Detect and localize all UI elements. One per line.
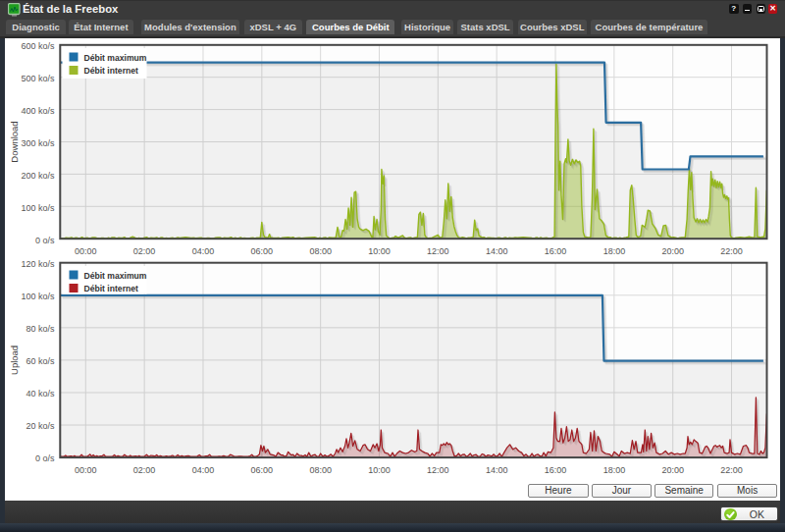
svg-text:14:00: 14:00	[486, 465, 508, 475]
svg-text:120 ko/s: 120 ko/s	[21, 259, 55, 269]
svg-text:02:00: 02:00	[133, 246, 156, 256]
svg-text:400 ko/s: 400 ko/s	[21, 106, 55, 116]
svg-text:10:00: 10:00	[368, 246, 391, 256]
svg-text:Débit internet: Débit internet	[84, 66, 139, 76]
svg-text:Débit internet: Débit internet	[84, 284, 139, 293]
svg-text:60 ko/s: 60 ko/s	[26, 356, 55, 366]
svg-text:08:00: 08:00	[309, 465, 332, 475]
svg-text:22:00: 22:00	[720, 246, 743, 256]
svg-text:00:00: 00:00	[75, 246, 97, 256]
svg-text:200 ko/s: 200 ko/s	[21, 171, 55, 181]
svg-text:14:00: 14:00	[486, 246, 508, 256]
svg-text:40 ko/s: 40 ko/s	[26, 389, 55, 399]
svg-text:06:00: 06:00	[251, 246, 274, 256]
svg-text:02:00: 02:00	[133, 465, 156, 475]
svg-text:04:00: 04:00	[192, 246, 215, 256]
svg-text:300 ko/s: 300 ko/s	[21, 138, 55, 148]
svg-text:04:00: 04:00	[192, 465, 215, 475]
svg-text:100 ko/s: 100 ko/s	[21, 203, 55, 213]
svg-text:18:00: 18:00	[603, 246, 626, 256]
svg-text:Download: Download	[9, 121, 20, 162]
svg-text:00:00: 00:00	[75, 465, 97, 475]
svg-text:20:00: 20:00	[661, 465, 684, 475]
svg-text:80 ko/s: 80 ko/s	[26, 324, 55, 334]
svg-text:12:00: 12:00	[427, 465, 449, 475]
svg-text:Upload: Upload	[9, 346, 20, 375]
svg-text:0 o/s: 0 o/s	[35, 236, 55, 245]
svg-text:500 ko/s: 500 ko/s	[21, 74, 55, 83]
svg-text:20 ko/s: 20 ko/s	[26, 421, 55, 431]
svg-text:18:00: 18:00	[603, 465, 626, 475]
svg-text:10:00: 10:00	[368, 465, 391, 475]
svg-text:20:00: 20:00	[661, 246, 684, 256]
svg-text:16:00: 16:00	[545, 246, 567, 256]
svg-text:12:00: 12:00	[427, 246, 449, 256]
svg-text:06:00: 06:00	[251, 465, 274, 475]
svg-text:0 o/s: 0 o/s	[35, 453, 55, 463]
svg-text:22:00: 22:00	[720, 465, 743, 475]
svg-text:100 ko/s: 100 ko/s	[21, 292, 55, 301]
svg-text:Débit maximum: Débit maximum	[84, 53, 147, 63]
svg-text:Débit maximum: Débit maximum	[84, 271, 147, 281]
svg-text:600 ko/s: 600 ko/s	[21, 41, 55, 51]
svg-text:08:00: 08:00	[309, 246, 332, 256]
svg-text:16:00: 16:00	[545, 465, 567, 475]
